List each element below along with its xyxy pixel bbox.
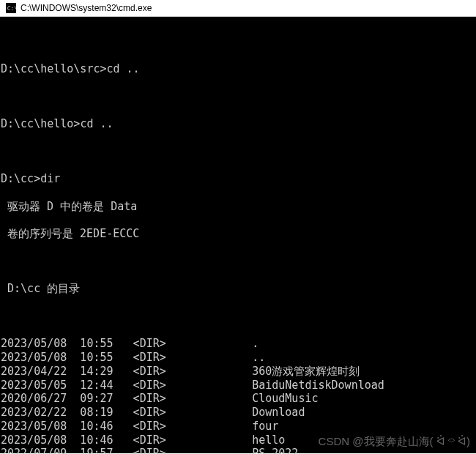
prompt-line: D:\cc>dir	[1, 172, 475, 186]
window-title-bar[interactable]: C:\ C:\WINDOWS\system32\cmd.exe	[0, 0, 476, 17]
cmd-icon: C:\	[6, 3, 16, 13]
dir-of: D:\cc 的目录	[1, 282, 475, 296]
dir-entry: 2023/02/22 08:19 <DIR> Download	[1, 406, 475, 420]
prompt-line: D:\cc\hello\src>cd ..	[1, 62, 475, 76]
dir-entry: 2023/05/08 10:55 <DIR> ..	[1, 351, 475, 365]
dir-entry: 2020/06/27 09:27 <DIR> CloudMusic	[1, 392, 475, 406]
dir-entry: 2023/05/08 10:55 <DIR> .	[1, 337, 475, 351]
dir-entry: 2023/05/05 12:44 <DIR> BaiduNetdiskDownl…	[1, 379, 475, 392]
volume-info: 驱动器 D 中的卷是 Data	[1, 200, 475, 214]
dir-entry: 2023/05/08 10:46 <DIR> hello	[1, 433, 475, 447]
window-title-text: C:\WINDOWS\system32\cmd.exe	[21, 3, 152, 13]
svg-text:C:\: C:\	[7, 5, 16, 12]
dir-entry: 2023/05/08 10:46 <DIR> four	[1, 420, 475, 433]
dir-listing: 2023/05/08 10:55 <DIR> .2023/05/08 10:55…	[1, 337, 475, 454]
terminal-output[interactable]: D:\cc\hello\src>cd .. D:\cc\hello>cd .. …	[0, 17, 476, 453]
prompt-line: D:\cc\hello>cd ..	[1, 117, 475, 131]
dir-entry: 2022/07/09 19:57 <DIR> PS 2022	[1, 447, 475, 454]
serial-info: 卷的序列号是 2EDE-ECCC	[1, 227, 475, 241]
dir-entry: 2023/04/22 14:29 <DIR> 360游戏管家辉煌时刻	[1, 365, 475, 379]
